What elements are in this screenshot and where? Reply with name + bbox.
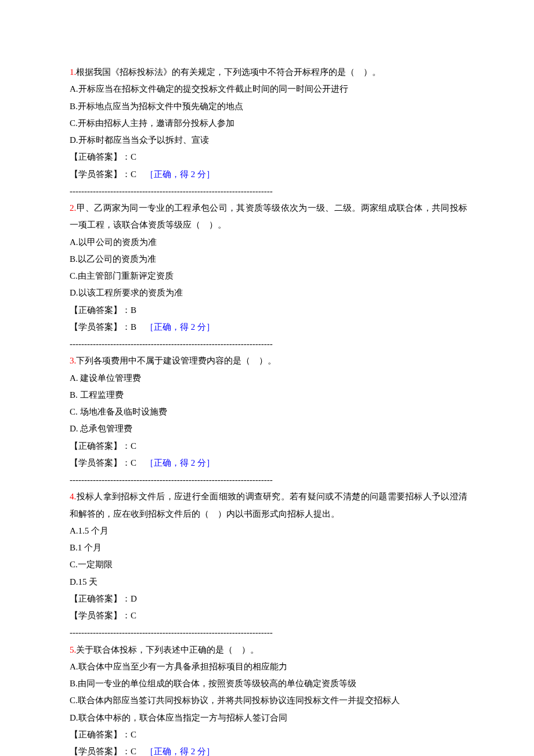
question-number: 5. — [70, 645, 76, 654]
question-stem-text: 下列各项费用中不属于建设管理费内容的是（ ）。 — [76, 356, 276, 365]
question-stem-text: 投标人拿到招标文件后，应进行全面细致的调查研究。若有疑问或不清楚的问题需要招标人… — [70, 492, 467, 518]
option: C.一定期限 — [70, 556, 467, 573]
correct-answer-value: C — [131, 152, 136, 161]
option: A.以甲公司的资质为准 — [70, 234, 467, 251]
correct-answer: 【正确答案】：C — [70, 149, 467, 165]
question-number: 4. — [70, 492, 76, 501]
option: D.联合体中标的，联合体应当指定一方与招标人签订合同 — [70, 710, 467, 726]
option: B.开标地点应当为招标文件中预先确定的地点 — [70, 98, 467, 115]
student-answer: 【学员答案】：B ［正确，得 2 分］ — [70, 319, 467, 336]
question-block: 4.投标人拿到招标文件后，应进行全面细致的调查研究。若有疑问或不清楚的问题需要招… — [70, 488, 467, 641]
correct-answer-label: 【正确答案】： — [70, 730, 131, 739]
option: B.以乙公司的资质为准 — [70, 251, 467, 268]
option: B.1 个月 — [70, 539, 467, 556]
correct-answer: 【正确答案】：C — [70, 726, 467, 743]
question-stem: 3.下列各项费用中不属于建设管理费内容的是（ ）。 — [70, 352, 467, 369]
divider: ----------------------------------------… — [70, 624, 467, 641]
student-answer-label: 【学员答案】： — [70, 747, 131, 756]
student-answer-label: 【学员答案】： — [70, 170, 131, 179]
divider: ----------------------------------------… — [70, 183, 467, 200]
correct-answer-label: 【正确答案】： — [70, 305, 131, 315]
option: C.联合体内部应当签订共同投标协议，并将共同投标协议连同投标文件一并提交招标人 — [70, 692, 467, 709]
question-block: 2.甲、乙两家为同一专业的工程承包公司，其资质等级依次为一级、二级。两家组成联合… — [70, 200, 467, 352]
divider: ----------------------------------------… — [70, 471, 467, 488]
correct-answer-value: C — [131, 441, 136, 451]
question-stem-text: 根据我国《招标投标法》的有关规定，下列选项中不符合开标程序的是（ ）。 — [76, 67, 381, 77]
student-answer-label: 【学员答案】： — [70, 611, 131, 620]
option: D.以该工程所要求的资质为准 — [70, 285, 467, 301]
option: C.开标由招标人主持，邀请部分投标人参加 — [70, 115, 467, 132]
question-stem: 4.投标人拿到招标文件后，应进行全面细致的调查研究。若有疑问或不清楚的问题需要招… — [70, 488, 467, 523]
option: D.开标时都应当当众予以拆封、宣读 — [70, 132, 467, 149]
feedback-correct: ［正确，得 2 分］ — [145, 322, 215, 332]
question-number: 2. — [70, 203, 76, 213]
question-block: 3.下列各项费用中不属于建设管理费内容的是（ ）。A. 建设单位管理费B. 工程… — [70, 352, 467, 488]
feedback-correct: ［正确，得 2 分］ — [145, 458, 215, 467]
student-answer: 【学员答案】：C ［正确，得 2 分］ — [70, 166, 467, 183]
option: C.由主管部门重新评定资质 — [70, 268, 467, 285]
correct-answer-label: 【正确答案】： — [70, 441, 131, 451]
student-answer: 【学员答案】：C — [70, 607, 467, 624]
correct-answer-label: 【正确答案】： — [70, 152, 131, 161]
student-answer-label: 【学员答案】： — [70, 322, 131, 332]
student-answer-value: C — [131, 747, 136, 756]
student-answer-value: B — [131, 322, 136, 332]
option: A. 建设单位管理费 — [70, 370, 467, 387]
question-stem: 1.根据我国《招标投标法》的有关规定，下列选项中不符合开标程序的是（ ）。 — [70, 64, 467, 81]
question-block: 1.根据我国《招标投标法》的有关规定，下列选项中不符合开标程序的是（ ）。A.开… — [70, 64, 467, 200]
option: B. 工程监理费 — [70, 387, 467, 404]
student-answer: 【学员答案】：C ［正确，得 2 分］ — [70, 743, 467, 756]
correct-answer-value: D — [131, 594, 137, 603]
question-block: 5.关于联合体投标，下列表述中正确的是（ ）。A.联合体中应当至少有一方具备承担… — [70, 642, 467, 757]
option: D.15 天 — [70, 574, 467, 591]
question-number: 3. — [70, 356, 76, 365]
correct-answer-value: C — [131, 730, 136, 739]
question-stem: 5.关于联合体投标，下列表述中正确的是（ ）。 — [70, 642, 467, 658]
option: C. 场地准备及临时设施费 — [70, 404, 467, 420]
option: D. 总承包管理费 — [70, 420, 467, 437]
question-stem-text: 关于联合体投标，下列表述中正确的是（ ）。 — [76, 645, 259, 654]
option: A.1.5 个月 — [70, 523, 467, 539]
question-number: 1. — [70, 67, 76, 77]
student-answer-value: C — [131, 611, 136, 620]
option: B.由同一专业的单位组成的联合体，按照资质等级较高的单位确定资质等级 — [70, 675, 467, 692]
correct-answer: 【正确答案】：C — [70, 438, 467, 455]
question-stem: 2.甲、乙两家为同一专业的工程承包公司，其资质等级依次为一级、二级。两家组成联合… — [70, 200, 467, 234]
question-stem-text: 甲、乙两家为同一专业的工程承包公司，其资质等级依次为一级、二级。两家组成联合体，… — [70, 203, 467, 229]
student-answer-value: C — [131, 458, 136, 467]
feedback-correct: ［正确，得 2 分］ — [145, 170, 215, 179]
student-answer-label: 【学员答案】： — [70, 458, 131, 467]
correct-answer: 【正确答案】：B — [70, 302, 467, 319]
correct-answer-label: 【正确答案】： — [70, 594, 131, 603]
student-answer: 【学员答案】：C ［正确，得 2 分］ — [70, 455, 467, 471]
divider: ----------------------------------------… — [70, 336, 467, 352]
option: A.联合体中应当至少有一方具备承担招标项目的相应能力 — [70, 658, 467, 675]
correct-answer: 【正确答案】：D — [70, 591, 467, 607]
student-answer-value: C — [131, 170, 136, 179]
option: A.开标应当在招标文件确定的提交投标文件截止时间的同一时间公开进行 — [70, 81, 467, 98]
feedback-correct: ［正确，得 2 分］ — [145, 747, 215, 756]
correct-answer-value: B — [131, 305, 136, 315]
